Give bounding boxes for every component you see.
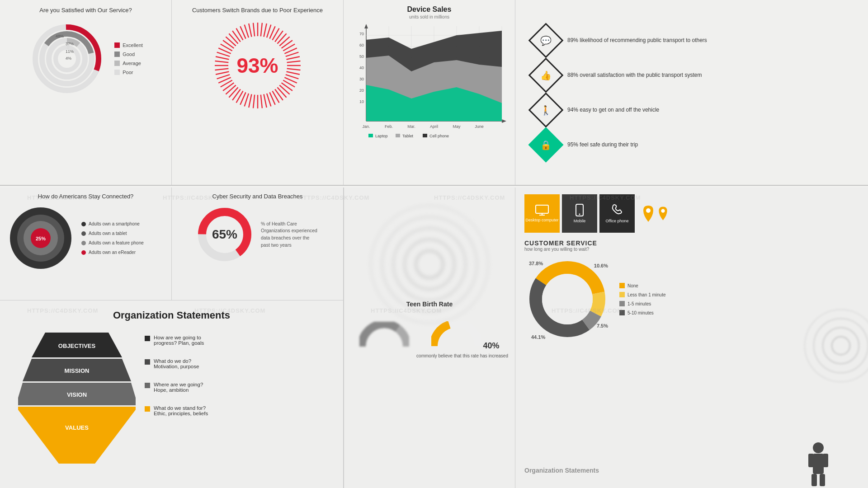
org-title: Organization Statements bbox=[18, 310, 325, 321]
pct-label-378: 37.8% bbox=[529, 261, 543, 266]
cell-brands: Customers Switch Brands due to Poor Expe… bbox=[172, 0, 344, 185]
svg-rect-155 bbox=[811, 474, 817, 486]
svg-line-58 bbox=[215, 61, 228, 62]
legend-dot-feature bbox=[81, 241, 86, 245]
satisfaction-legend: Excellent Good Average Poor bbox=[114, 42, 143, 75]
svg-line-28 bbox=[287, 69, 300, 70]
device-mobile: Mobile bbox=[562, 194, 597, 233]
device-desktop-label: Desktop computer bbox=[525, 218, 558, 222]
svg-text:Cell phone: Cell phone bbox=[429, 134, 449, 138]
teen-desc: commonly believe that this rate has incr… bbox=[344, 353, 515, 359]
svg-line-43 bbox=[253, 95, 255, 108]
device-title: Device Sales bbox=[350, 5, 508, 14]
svg-line-49 bbox=[229, 87, 238, 97]
lock-icon: 🔒 bbox=[540, 139, 552, 150]
org-desc2-vision: Hope, ambition bbox=[154, 387, 203, 393]
teen-semicircle-left bbox=[359, 322, 409, 349]
svg-line-19 bbox=[277, 33, 286, 43]
svg-text:10: 10 bbox=[359, 99, 364, 104]
svg-line-54 bbox=[217, 75, 230, 79]
legend-tablet-label: Adults own a tablet bbox=[89, 231, 127, 236]
svg-text:VISION: VISION bbox=[67, 391, 87, 398]
svg-text:11%: 11% bbox=[66, 49, 74, 54]
legend-less1: Less than 1 minute bbox=[619, 292, 666, 297]
svg-line-24 bbox=[285, 52, 298, 56]
svg-point-151 bbox=[813, 442, 824, 453]
svg-line-40 bbox=[264, 94, 266, 108]
org-label-mission: What do we do? Motivation, purpose bbox=[145, 358, 208, 369]
svg-text:4%: 4% bbox=[66, 56, 71, 61]
figure-bottom-right bbox=[805, 441, 832, 488]
brands-pct: 93% bbox=[236, 53, 278, 78]
teen-title: Teen Birth Rate bbox=[344, 300, 515, 308]
svg-line-14 bbox=[264, 23, 266, 37]
mobile-icon bbox=[576, 204, 584, 216]
connected-legend-tablet: Adults own a tablet bbox=[81, 231, 144, 236]
blurred-donut-svg bbox=[796, 300, 868, 391]
location-pins bbox=[642, 194, 669, 233]
org-text-mission: What do we do? Motivation, purpose bbox=[154, 358, 199, 369]
connected-legend: Adults own a smartphone Adults own a tab… bbox=[81, 221, 144, 255]
connected-body: 100% 75% 50% 25% Adults own a smartphone… bbox=[7, 204, 165, 272]
svg-line-64 bbox=[226, 37, 236, 46]
satisfaction-title: Are you Satisfied with Our Service? bbox=[9, 7, 162, 14]
brands-title: Customers Switch Brands due to Poor Expe… bbox=[192, 7, 323, 14]
org-statements-partial: Organization Statements bbox=[524, 466, 599, 474]
org-text-values: What do we stand for? Ethic, principles,… bbox=[154, 405, 208, 416]
svg-line-59 bbox=[216, 56, 229, 59]
legend-15-label: 1-5 minutes bbox=[627, 301, 651, 306]
teen-circles-svg bbox=[366, 201, 493, 328]
svg-text:Feb.: Feb. bbox=[385, 124, 393, 129]
svg-line-70 bbox=[249, 23, 251, 37]
transport-item-95: 🔒 95% feel safe during their trip bbox=[533, 132, 850, 157]
svg-rect-154 bbox=[823, 454, 828, 467]
figure-svg bbox=[805, 441, 832, 486]
chat-icon: 💬 bbox=[540, 35, 552, 46]
svg-line-50 bbox=[226, 85, 236, 94]
org-labels: How are we going to progress? Plan, goal… bbox=[145, 335, 208, 416]
legend-poor-color bbox=[114, 70, 120, 75]
cell-transport: 💬 89% likelihood of recommending public … bbox=[515, 0, 868, 185]
svg-rect-105 bbox=[368, 134, 373, 137]
device-subtitle: units sold in millions bbox=[350, 14, 508, 19]
transport-text-89: 89% likelihood of recommending public tr… bbox=[567, 36, 707, 44]
customer-donut-container: 37.8% 10.6% 7.5% 44.1% bbox=[524, 256, 610, 342]
svg-text:50: 50 bbox=[359, 54, 364, 59]
legend-510-color bbox=[619, 310, 625, 315]
legend-none-color bbox=[619, 283, 625, 288]
cell-org: Organization Statements OBJECTIVES MISSI… bbox=[0, 300, 344, 488]
phone-icon bbox=[612, 204, 623, 216]
legend-average: Average bbox=[114, 61, 143, 66]
cyber-description: % of Health Care Organizations experienc… bbox=[261, 221, 320, 249]
svg-line-45 bbox=[244, 94, 248, 107]
cyber-body: 65% % of Health Care Organizations exper… bbox=[195, 205, 320, 264]
svg-line-71 bbox=[253, 23, 255, 37]
legend-poor: Poor bbox=[114, 70, 143, 75]
org-sq-values bbox=[145, 406, 150, 412]
org-desc1-values: What do we stand for? bbox=[154, 405, 208, 411]
org-body: OBJECTIVES MISSION VISION VALUES How are… bbox=[18, 328, 325, 464]
org-partial-label: Organization Statements bbox=[524, 467, 599, 474]
legend-less1-color bbox=[619, 292, 625, 297]
svg-text:MISSION: MISSION bbox=[65, 367, 90, 374]
svg-text:VALUES: VALUES bbox=[65, 424, 89, 431]
satisfaction-chart: 48% 37% 11% 4% bbox=[28, 20, 105, 97]
svg-line-65 bbox=[229, 33, 238, 43]
svg-line-30 bbox=[285, 75, 298, 79]
svg-line-39 bbox=[267, 94, 271, 107]
svg-line-41 bbox=[260, 95, 262, 108]
svg-line-29 bbox=[286, 72, 299, 75]
customer-legend: None Less than 1 minute 1-5 minutes 5-10… bbox=[619, 283, 666, 315]
svg-text:May: May bbox=[453, 124, 461, 129]
legend-ereader-label: Adults own an eReader bbox=[89, 250, 136, 255]
pct-label-441: 44.1% bbox=[531, 334, 545, 340]
customer-subtitle: how long are you willing to wait? bbox=[524, 247, 859, 252]
pyramid-svg: OBJECTIVES MISSION VISION VALUES bbox=[18, 328, 136, 464]
h-divider bbox=[0, 185, 868, 186]
legend-feature-label: Adults own a feature phone bbox=[89, 240, 144, 245]
transport-text-88: 88% overall satisfaction with the public… bbox=[567, 71, 702, 79]
pin-yellow-2 bbox=[657, 206, 669, 221]
org-text-objectives: How are we going to progress? Plan, goal… bbox=[154, 335, 204, 346]
transport-item-88: 👍 88% overall satisfaction with the publ… bbox=[533, 63, 850, 88]
org-sq-objectives bbox=[145, 336, 150, 341]
